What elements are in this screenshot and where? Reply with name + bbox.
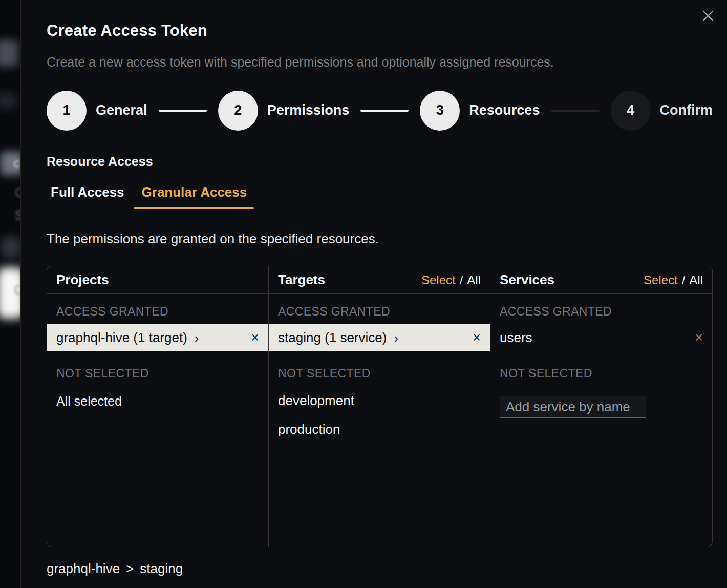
breadcrumb-target: staging <box>140 561 183 577</box>
column-title: Projects <box>56 272 109 288</box>
services-all-link[interactable]: All <box>689 273 703 287</box>
services-column-body: ACCESS GRANTED users × NOT SELECTED <box>490 294 712 547</box>
granted-project-row[interactable]: graphql-hive (1 target) › × <box>47 324 268 351</box>
close-icon <box>701 9 715 23</box>
step-number-badge: 3 <box>420 91 460 131</box>
services-column: Services Select / All ACCESS GRANTED use… <box>490 266 712 547</box>
background-text-fragment: c <box>13 156 20 171</box>
background-blob <box>0 40 18 67</box>
services-column-header: Services Select / All <box>490 266 712 294</box>
create-access-token-dialog: Create Access Token Create a new access … <box>20 0 727 588</box>
chevron-right-icon: › <box>394 331 398 345</box>
access-granted-label: ACCESS GRANTED <box>47 294 268 324</box>
select-all-separator: / <box>682 273 686 287</box>
dialog-title: Create Access Token <box>47 22 713 40</box>
granted-target-name: staging (1 service) <box>278 330 387 346</box>
breadcrumb-project: graphql-hive <box>47 561 120 577</box>
column-title: Services <box>500 272 554 288</box>
step-number-badge: 4 <box>611 91 651 131</box>
step-connector <box>551 110 599 112</box>
projects-column: Projects ACCESS GRANTED graphql-hive (1 … <box>47 266 269 547</box>
access-mode-tabs: Full Access Granular Access <box>47 184 713 208</box>
background-blob <box>0 93 16 109</box>
column-title: Targets <box>278 272 325 288</box>
targets-select-link[interactable]: Select <box>421 273 456 287</box>
remove-service-button[interactable]: × <box>695 331 703 345</box>
all-selected-note: All selected <box>47 386 268 409</box>
target-option-production[interactable]: production <box>269 415 490 444</box>
targets-column-header: Targets Select / All <box>269 266 490 294</box>
targets-all-link[interactable]: All <box>467 273 481 287</box>
resource-picker-table: Projects ACCESS GRANTED graphql-hive (1 … <box>47 266 713 547</box>
granted-service-name: users <box>500 330 532 346</box>
select-all-separator: / <box>460 273 463 287</box>
step-resources[interactable]: 3 Resources <box>420 91 540 131</box>
step-connector <box>159 110 207 112</box>
not-selected-label: NOT SELECTED <box>490 351 712 386</box>
background-page-blur: c C S C <box>0 0 21 588</box>
add-service-input[interactable] <box>500 396 646 418</box>
projects-column-body: ACCESS GRANTED graphql-hive (1 target) ›… <box>47 294 268 547</box>
services-select-link[interactable]: Select <box>644 273 678 287</box>
tab-full-access[interactable]: Full Access <box>51 184 124 208</box>
access-granted-label: ACCESS GRANTED <box>269 294 490 324</box>
targets-select-all: Select / All <box>421 273 481 287</box>
step-permissions[interactable]: 2 Permissions <box>218 91 350 131</box>
projects-column-header: Projects <box>47 266 268 294</box>
dialog-subtitle: Create a new access token with specified… <box>47 55 713 70</box>
background-text-fragment: C <box>14 283 21 298</box>
chevron-right-icon: › <box>195 331 199 345</box>
step-confirm[interactable]: 4 Confirm <box>611 91 713 131</box>
step-connector <box>360 110 409 112</box>
targets-column-body: ACCESS GRANTED staging (1 service) › × N… <box>269 294 490 547</box>
close-button[interactable] <box>700 8 716 24</box>
breadcrumb-separator: > <box>126 561 134 577</box>
granular-access-description: The permissions are granted on the speci… <box>47 231 713 247</box>
tab-granular-access[interactable]: Granular Access <box>142 184 247 208</box>
remove-target-button[interactable]: × <box>473 331 481 345</box>
remove-project-button[interactable]: × <box>251 331 259 345</box>
granted-service-row[interactable]: users × <box>490 324 712 351</box>
target-option-development[interactable]: development <box>269 386 490 415</box>
wizard-stepper: 1 General 2 Permissions 3 Resources 4 Co… <box>47 90 713 131</box>
background-blob <box>1 237 20 258</box>
resource-access-heading: Resource Access <box>47 154 713 169</box>
not-selected-label: NOT SELECTED <box>269 351 490 386</box>
step-number-badge: 1 <box>47 91 87 131</box>
granted-project-name: graphql-hive (1 target) <box>56 330 187 346</box>
services-select-all: Select / All <box>644 273 703 287</box>
step-general[interactable]: 1 General <box>47 91 147 131</box>
step-number-badge: 2 <box>218 91 258 131</box>
targets-column: Targets Select / All ACCESS GRANTED stag… <box>269 266 490 547</box>
not-selected-label: NOT SELECTED <box>47 351 268 386</box>
granted-target-row[interactable]: staging (1 service) › × <box>269 324 490 351</box>
access-granted-label: ACCESS GRANTED <box>490 294 712 324</box>
selection-breadcrumb: graphql-hive > staging <box>47 561 713 577</box>
